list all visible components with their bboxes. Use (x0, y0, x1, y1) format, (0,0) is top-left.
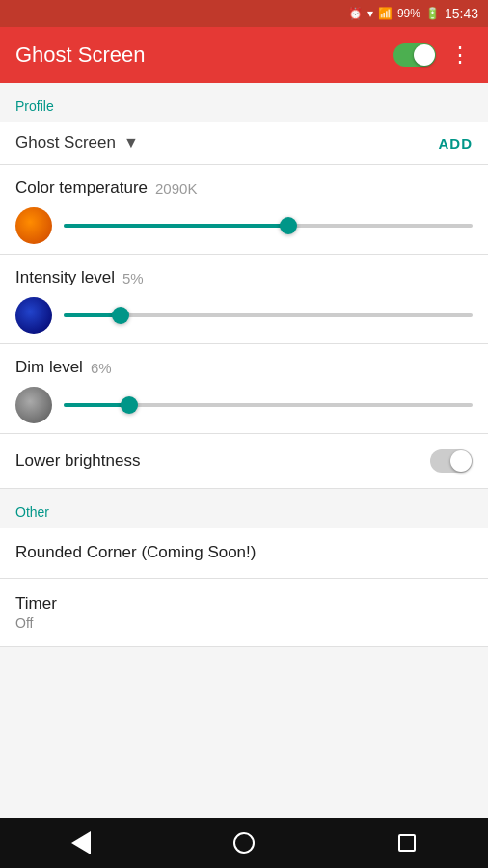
profile-name: Ghost Screen (15, 133, 116, 152)
intensity-row: Intensity level 5% (0, 255, 488, 344)
battery-percent: 99% (397, 7, 420, 20)
main-content: Profile Ghost Screen ▼ ADD Color tempera… (0, 83, 488, 818)
color-temp-fill (64, 224, 288, 228)
dim-thumb[interactable] (121, 396, 138, 414)
lower-brightness-knob (450, 450, 472, 472)
color-temp-slider[interactable] (64, 216, 473, 235)
dim-level-row: Dim level 6% (0, 344, 488, 434)
main-toggle-knob (414, 44, 435, 66)
app-title: Ghost Screen (15, 42, 146, 68)
profile-row[interactable]: Ghost Screen ▼ ADD (0, 122, 488, 165)
lower-brightness-label: Lower brightness (15, 451, 140, 471)
wifi-icon: ▾ (367, 7, 373, 20)
dropdown-arrow-icon: ▼ (123, 134, 139, 151)
color-temperature-row: Color temperature 2090K (0, 165, 488, 255)
dim-value: 6% (91, 360, 112, 376)
timer-value: Off (15, 615, 473, 631)
dim-fill (64, 403, 129, 407)
status-icons: ⏰ ▾ 📶 99% 🔋 15:43 (348, 6, 478, 21)
color-temp-icon (15, 207, 52, 244)
dim-icon (15, 387, 52, 423)
back-button[interactable] (57, 824, 105, 862)
main-toggle[interactable] (393, 43, 436, 67)
intensity-slider[interactable] (64, 306, 473, 325)
bottom-nav (0, 818, 488, 868)
intensity-label: Intensity level (15, 268, 115, 287)
recents-icon (398, 834, 416, 852)
recents-button[interactable] (383, 824, 431, 862)
intensity-icon (15, 297, 52, 334)
home-button[interactable] (220, 824, 268, 862)
intensity-value: 5% (122, 270, 144, 286)
timer-item[interactable]: Timer Off (0, 579, 488, 647)
color-temp-label: Color temperature (15, 178, 148, 198)
overflow-menu-button[interactable]: ⋮ (449, 44, 473, 66)
rounded-corner-label: Rounded Corner (Coming Soon!) (15, 543, 473, 562)
add-profile-button[interactable]: ADD (439, 135, 474, 151)
dim-slider[interactable] (64, 395, 473, 415)
profile-dropdown[interactable]: Ghost Screen ▼ (15, 133, 139, 152)
battery-icon: 🔋 (425, 7, 440, 20)
dim-label: Dim level (15, 358, 83, 377)
profile-section-header: Profile (0, 83, 488, 122)
app-bar: Ghost Screen ⋮ (0, 27, 488, 83)
app-bar-actions: ⋮ (393, 43, 473, 67)
intensity-thumb[interactable] (112, 307, 129, 324)
time: 15:43 (445, 6, 478, 21)
lower-brightness-row: Lower brightness (0, 434, 488, 489)
color-temp-thumb[interactable] (280, 217, 297, 234)
back-icon (71, 831, 91, 854)
color-temp-value: 2090K (155, 180, 197, 197)
signal-icon: 📶 (378, 7, 393, 20)
home-icon (233, 832, 255, 854)
alarm-icon: ⏰ (348, 7, 363, 20)
rounded-corner-item[interactable]: Rounded Corner (Coming Soon!) (0, 528, 488, 579)
status-bar: ⏰ ▾ 📶 99% 🔋 15:43 (0, 0, 488, 27)
lower-brightness-toggle[interactable] (430, 449, 473, 473)
other-section-header: Other (0, 489, 488, 528)
timer-label: Timer (15, 594, 473, 613)
